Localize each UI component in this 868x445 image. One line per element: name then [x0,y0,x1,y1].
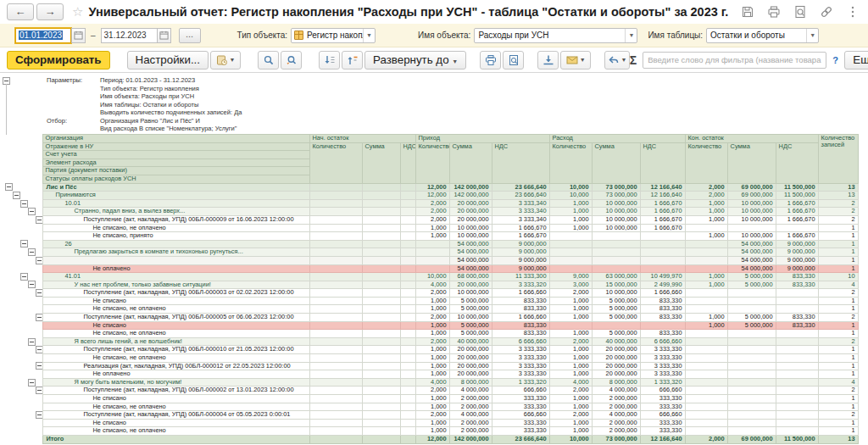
value-cell[interactable]: 9 000,000 [492,264,549,273]
table-row[interactable]: Не списано, не оплачено1,0002 000,000333… [0,427,858,436]
group-toggle-cell[interactable] [0,273,42,281]
value-cell[interactable]: 69 000,000 [727,435,776,443]
value-cell[interactable] [549,232,592,241]
group-toggle-cell[interactable] [0,289,42,298]
group-label-cell[interactable]: У нас нет проблем, только забавные ситуа… [42,281,309,289]
value-cell[interactable]: 2 [818,215,858,224]
value-cell[interactable] [362,281,400,289]
value-cell[interactable] [309,403,362,411]
value-cell[interactable] [727,297,776,305]
value-cell[interactable] [400,330,415,338]
value-cell[interactable] [776,330,818,338]
value-cell[interactable] [685,395,727,403]
value-cell[interactable] [400,199,415,208]
value-cell[interactable]: 1 [818,297,858,305]
save-icon[interactable] [741,5,754,19]
value-cell[interactable]: 1,000 [415,346,449,354]
value-cell[interactable]: 12 166,640 [640,183,685,192]
value-cell[interactable] [400,370,415,379]
value-cell[interactable] [776,297,818,305]
value-cell[interactable] [776,403,818,411]
value-cell[interactable]: 2 [818,411,858,420]
value-cell[interactable] [362,199,400,208]
value-cell[interactable] [400,419,415,427]
value-cell[interactable]: 10 000,000 [727,215,776,224]
value-cell[interactable]: 4,000 [415,281,449,289]
value-cell[interactable] [400,427,415,436]
value-cell[interactable]: 666,660 [640,411,685,420]
value-cell[interactable]: 23 666,640 [492,183,549,192]
group-label-cell[interactable]: Странно, падал вниз, а вылез вверх... [42,208,309,216]
value-cell[interactable]: 2,000 [549,289,592,298]
value-cell[interactable]: 9 000,000 [492,256,549,264]
value-cell[interactable]: 12 166,640 [640,192,685,200]
help-link[interactable]: ? [832,55,838,65]
value-cell[interactable]: 1 666,660 [492,289,549,298]
value-cell[interactable]: 1 [818,330,858,338]
value-cell[interactable] [309,281,362,289]
value-cell[interactable]: 10 000,000 [592,289,640,298]
group-toggle-cell[interactable] [0,215,42,224]
value-cell[interactable]: 12 166,640 [640,435,685,443]
value-cell[interactable] [362,264,400,273]
search-button[interactable] [258,51,279,70]
collapse-toggle-icon[interactable] [20,273,28,281]
value-cell[interactable]: 20 000,000 [449,354,492,363]
value-cell[interactable] [640,321,685,330]
value-cell[interactable] [400,183,415,192]
value-cell[interactable] [400,378,415,387]
collapse-toggle-icon[interactable] [28,248,36,256]
value-cell[interactable]: 1,000 [549,224,592,232]
collapse-toggle-icon[interactable] [36,387,42,394]
value-cell[interactable]: 1,000 [685,273,727,281]
collapse-toggle-icon[interactable] [28,208,36,215]
group-toggle-cell[interactable] [0,411,42,420]
value-cell[interactable]: 23 666,640 [492,435,549,443]
value-cell[interactable]: 1,000 [685,281,727,289]
value-cell[interactable] [776,305,818,314]
value-cell[interactable]: 3 333,330 [640,346,685,354]
value-cell[interactable]: 2 000,000 [449,419,492,427]
value-cell[interactable]: 12,000 [415,435,449,443]
value-cell[interactable]: 20 000,000 [449,370,492,379]
value-cell[interactable]: 2 [818,337,858,346]
value-cell[interactable] [727,378,776,387]
group-label-cell[interactable]: Предлагаю закрыться в комнате и тихохонь… [42,248,309,257]
value-cell[interactable]: 1,000 [549,305,592,314]
value-cell[interactable] [362,362,400,370]
value-cell[interactable]: 1 [818,264,858,273]
table-row[interactable]: Не оплачено1,00020 000,0003 333,3301,000… [0,370,858,379]
value-cell[interactable] [592,256,640,264]
value-cell[interactable] [727,395,776,403]
value-cell[interactable]: 833,330 [640,305,685,314]
value-cell[interactable]: 2 000,000 [592,427,640,436]
value-cell[interactable]: 2 [818,199,858,208]
value-cell[interactable]: 6 666,660 [492,337,549,346]
value-cell[interactable]: 1 [818,362,858,370]
value-cell[interactable]: 3 333,340 [492,199,549,208]
value-cell[interactable] [309,199,362,208]
print-icon[interactable] [767,5,781,19]
collapse-toggle-icon[interactable] [28,281,36,288]
table-row[interactable]: Я могу быть маленьким, но могучим!4,0008… [0,378,858,387]
value-cell[interactable]: 8 000,000 [449,378,492,387]
value-cell[interactable]: 1,000 [549,208,592,216]
value-cell[interactable] [309,215,362,224]
value-cell[interactable] [400,215,415,224]
value-cell[interactable]: 833,330 [776,273,818,281]
value-cell[interactable] [592,248,640,257]
value-cell[interactable] [362,305,400,314]
value-cell[interactable]: 5 000,000 [449,321,492,330]
table-row[interactable]: Не списано, не оплачено1,00010 000,0001 … [0,224,858,232]
table-row[interactable]: Поступление (акт, накладная, УПД) 00БЛ-0… [0,215,858,224]
value-cell[interactable]: 1,000 [685,314,727,322]
value-cell[interactable]: 2,000 [415,199,449,208]
value-cell[interactable]: 333,330 [640,427,685,436]
value-cell[interactable] [309,224,362,232]
value-cell[interactable] [362,403,400,411]
email-button[interactable]: ▼ [560,51,591,70]
value-cell[interactable]: 333,330 [640,395,685,403]
value-cell[interactable]: 40 000,000 [592,337,640,346]
value-cell[interactable]: 2,000 [549,411,592,420]
group-toggle-cell[interactable] [0,314,42,322]
